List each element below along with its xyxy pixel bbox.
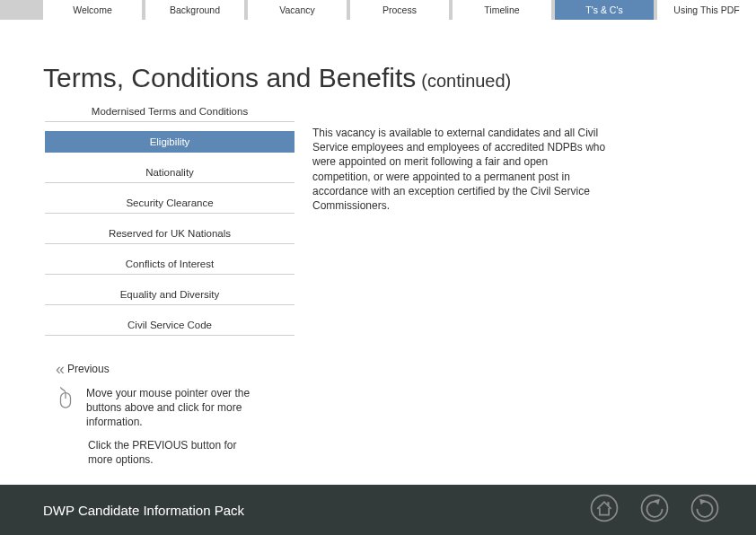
footer-title: DWP Candidate Information Pack bbox=[43, 503, 244, 518]
page-title-continued: (continued) bbox=[421, 71, 511, 91]
tab-timeline[interactable]: Timeline bbox=[453, 0, 551, 20]
previous-button[interactable]: « Previous bbox=[56, 361, 110, 377]
tab-vacancy[interactable]: Vacancy bbox=[248, 0, 347, 20]
section-column: Modernised Terms and Conditions Eligibil… bbox=[45, 101, 294, 336]
home-button[interactable] bbox=[589, 493, 620, 527]
section-modernised-terms[interactable]: Modernised Terms and Conditions bbox=[45, 101, 294, 122]
nav-tabs: Welcome Background Vacancy Process Timel… bbox=[43, 0, 756, 20]
hint-row: Move your mouse pointer over the buttons… bbox=[56, 386, 257, 430]
section-reserved-uk-nationals[interactable]: Reserved for UK Nationals bbox=[45, 223, 294, 244]
svg-rect-3 bbox=[607, 502, 609, 505]
page-title-main: Terms, Conditions and Benefits bbox=[43, 63, 416, 92]
section-eligibility[interactable]: Eligibility bbox=[45, 131, 294, 153]
section-security-clearance[interactable]: Security Clearance bbox=[45, 192, 294, 214]
page-title: Terms, Conditions and Benefits(continued… bbox=[43, 63, 511, 93]
previous-page-button[interactable] bbox=[639, 493, 670, 527]
mouse-pointer-icon bbox=[56, 386, 75, 415]
tab-background[interactable]: Background bbox=[145, 0, 244, 20]
hint-text-1: Move your mouse pointer over the buttons… bbox=[86, 386, 257, 430]
svg-point-2 bbox=[592, 496, 618, 522]
section-civil-service-code[interactable]: Civil Service Code bbox=[45, 314, 294, 336]
section-conflicts-of-interest[interactable]: Conflicts of Interest bbox=[45, 253, 294, 275]
tab-process[interactable]: Process bbox=[350, 0, 449, 20]
section-nationality[interactable]: Nationality bbox=[45, 162, 294, 183]
tab-using-this-pdf[interactable]: Using This PDF bbox=[657, 0, 756, 20]
tab-welcome[interactable]: Welcome bbox=[43, 0, 142, 20]
tab-ts-and-cs[interactable]: T's & C's bbox=[555, 0, 654, 20]
next-page-button[interactable] bbox=[690, 493, 720, 527]
footer: DWP Candidate Information Pack bbox=[0, 485, 756, 535]
body-paragraph: This vacancy is available to external ca… bbox=[312, 126, 609, 213]
previous-label: Previous bbox=[67, 363, 110, 375]
section-equality-diversity[interactable]: Equality and Diversity bbox=[45, 284, 294, 305]
hint-text-2: Click the PREVIOUS button for more optio… bbox=[88, 438, 259, 467]
chevrons-left-icon: « bbox=[56, 361, 59, 377]
footer-icons bbox=[589, 493, 720, 527]
